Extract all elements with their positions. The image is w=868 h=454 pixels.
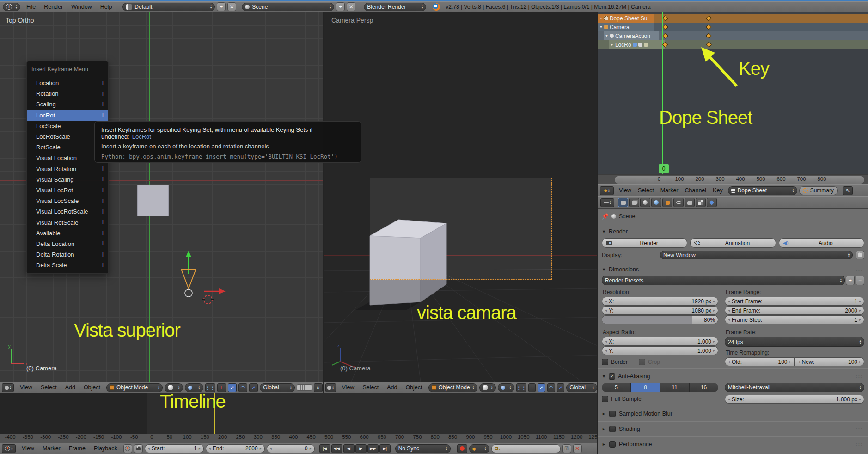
chevron-right-icon[interactable]: ►: [611, 43, 614, 46]
playback-button[interactable]: ◀◀: [331, 444, 342, 453]
end-frame-field[interactable]: ◂ End Frame: 2000 ▸: [725, 306, 864, 315]
end-frame-field[interactable]: ◂ End: 2000 ▸: [206, 444, 265, 453]
current-frame-field[interactable]: ◂ 0 ▸: [267, 444, 315, 453]
render-presets-select[interactable]: Render Presets ▴▾: [602, 276, 845, 285]
tab-physics[interactable]: [707, 198, 717, 207]
channel-row-camera[interactable]: ▼ Camera: [598, 23, 868, 31]
current-frame-badge[interactable]: 0: [659, 164, 669, 173]
aa-filter-select[interactable]: Mitchell-Netravali ▴▾: [725, 383, 864, 392]
active-keying-set-field[interactable]: [491, 444, 561, 453]
menu-item[interactable]: LocRot I: [27, 110, 108, 121]
display-lock-button[interactable]: [856, 251, 864, 259]
insert-keyframe-button[interactable]: ⚿: [562, 444, 571, 453]
aa-sample-button[interactable]: 16: [689, 383, 718, 392]
viewport-camera-persp[interactable]: Camera Persp z x (0) Camera vista camara: [324, 12, 597, 382]
channel-row-action[interactable]: ▼ CameraAction: [598, 31, 868, 40]
orientation-select[interactable]: Global ▴▾: [260, 383, 295, 392]
manipulator-rotate-button[interactable]: ◠: [238, 383, 247, 392]
drag-dots-icon[interactable]: ::::: [856, 229, 862, 234]
border-checkbox[interactable]: Border: [602, 359, 628, 365]
sync-select[interactable]: No Sync ▴▾: [395, 444, 451, 453]
viewport-menu-item[interactable]: Object: [401, 384, 426, 391]
summary-toggle[interactable]: Summary: [799, 186, 838, 195]
tab-object-data[interactable]: [685, 198, 695, 207]
collapsed-panel-header[interactable]: ► Sampled Motion Blur ::::: [602, 409, 864, 419]
manipulator-scale-button[interactable]: ➚: [557, 383, 565, 392]
preset-add-button[interactable]: +: [846, 276, 855, 285]
viewport-menu-item[interactable]: Object: [79, 384, 104, 391]
dope-menu-item[interactable]: Channel: [682, 187, 710, 194]
timeline-menu-item[interactable]: View: [18, 445, 38, 452]
manipulator-axis-button[interactable]: ⊥: [528, 383, 536, 392]
chevron-down-icon[interactable]: ▼: [599, 17, 603, 20]
menu-item[interactable]: Delta Location I: [27, 239, 108, 249]
editor-type-button[interactable]: ◆ ▴▾: [600, 186, 614, 195]
viewport-splitter[interactable]: [323, 12, 324, 393]
panel-header-render[interactable]: ▼ Render ::::: [602, 227, 864, 237]
chevron-down-icon[interactable]: ▼: [599, 25, 603, 29]
pivot-select[interactable]: ▴▾: [185, 383, 203, 392]
render-button[interactable]: Render: [602, 238, 687, 248]
menu-item[interactable]: Visual Rotation I: [27, 164, 108, 174]
tab-object[interactable]: [662, 198, 672, 207]
lock-open-icon[interactable]: [644, 43, 648, 47]
menu-item[interactable]: Rotation I: [27, 88, 108, 99]
delete-scene-button[interactable]: ✕: [347, 2, 355, 11]
delete-screen-button[interactable]: ✕: [227, 2, 236, 11]
pivot-select[interactable]: ▴▾: [498, 383, 514, 392]
viewport-menu-item[interactable]: Select: [37, 384, 61, 391]
menu-item[interactable]: Visual RotScale I: [27, 217, 108, 227]
remap-old-field[interactable]: ◂ Old: 100 ▸: [725, 357, 795, 366]
menu-item[interactable]: Delta Rotation I: [27, 249, 108, 260]
tab-render-layers[interactable]: [629, 198, 639, 207]
editor-type-button[interactable]: ▴▾: [600, 198, 614, 207]
playback-button[interactable]: |◀: [319, 444, 330, 453]
timeline-menu-item[interactable]: Frame: [65, 445, 90, 452]
viewport-menu-item[interactable]: Add: [383, 384, 401, 391]
timeline-ruler[interactable]: -400-350-300-250-200-150-100-50050100150…: [0, 434, 597, 443]
channel-row-summary[interactable]: ▼ Dope Sheet Su: [598, 14, 868, 23]
editor-type-button[interactable]: ▴▾: [325, 383, 336, 392]
display-select[interactable]: New Window ▴▾: [660, 251, 853, 259]
record-button[interactable]: [457, 444, 467, 453]
speaker-icon[interactable]: [638, 43, 642, 47]
aa-sample-button[interactable]: 11: [660, 383, 689, 392]
timeline-menu-item[interactable]: Playback: [90, 445, 122, 452]
tab-scene[interactable]: [640, 198, 650, 207]
keying-set-type-select[interactable]: ◆ ▴▾: [469, 444, 489, 453]
frame-step-field[interactable]: ◂ Frame Step: 1 ▸: [725, 315, 864, 324]
resolution-y-field[interactable]: ◂ Y: 1080 px ▸: [602, 306, 718, 315]
playback-button[interactable]: ▶▶: [367, 444, 379, 453]
drag-dots-icon[interactable]: ::::: [856, 267, 862, 272]
shading-select[interactable]: ▴▾: [479, 383, 496, 392]
manipulator-scale-button[interactable]: ➚: [249, 383, 258, 392]
dope-menu-item[interactable]: Marker: [657, 187, 682, 194]
shading-select[interactable]: ▴▾: [165, 383, 183, 392]
menu-item[interactable]: Visual Scaling I: [27, 174, 108, 185]
editor-type-button[interactable]: ▴▾: [2, 383, 14, 392]
drag-dots-icon[interactable]: ::::: [856, 442, 862, 447]
playback-button[interactable]: ▶|: [379, 444, 391, 453]
audio-button[interactable]: ◀)Audio: [779, 238, 864, 248]
topbar-menu-item[interactable]: File: [22, 4, 40, 10]
playback-button[interactable]: ◀: [343, 444, 355, 453]
menu-item[interactable]: Visual LocRotScale I: [27, 206, 108, 217]
viewport-menu-item[interactable]: View: [16, 384, 37, 391]
anti-aliasing-checkbox[interactable]: ✓: [609, 373, 615, 380]
collapsed-panel-header[interactable]: ► Shading ::::: [602, 424, 864, 434]
scene-select[interactable]: Scene ▴▾: [242, 3, 334, 11]
viewport-menu-item[interactable]: Select: [358, 384, 383, 391]
cursor-tool-button[interactable]: ↖: [843, 186, 853, 195]
dope-sheet-ruler[interactable]: 0100200300400500600700800: [598, 174, 868, 184]
layers-widget[interactable]: [297, 384, 312, 391]
viewport-menu-item[interactable]: Add: [61, 384, 79, 391]
dope-mode-select[interactable]: Dope Sheet ▴▾: [728, 186, 797, 195]
tab-render[interactable]: [618, 198, 628, 207]
manipulator-translate-button[interactable]: ➚: [538, 383, 545, 392]
render-engine-select[interactable]: Blender Render ▴▾: [364, 3, 426, 11]
manipulator-axis-button[interactable]: ⊥: [217, 383, 226, 392]
cube-top-view[interactable]: [137, 185, 169, 216]
camera-object-gizmo[interactable]: [171, 250, 231, 307]
snap-magnet-button[interactable]: ∪: [314, 383, 323, 392]
remap-new-field[interactable]: ◂ New: 100 ▸: [795, 357, 865, 366]
